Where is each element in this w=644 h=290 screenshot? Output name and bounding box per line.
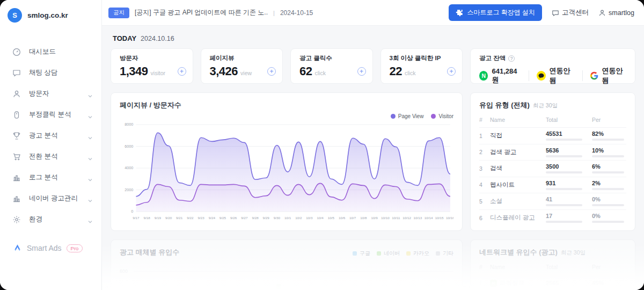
- media-inflow-plot: 600: [120, 271, 453, 290]
- row-name: 디스플레이 광고: [490, 214, 546, 222]
- network-inflow-card: 네트워크별 유입수 (광고) 최근 30일 # Name Total Per 1…: [470, 240, 635, 290]
- inflow-type-card: 유입 유형 (전체) 최근 30일 # Name Total Per 1직접45…: [470, 92, 635, 231]
- stat-card-3: 3회 이상 클릭한 IP22click+: [380, 48, 463, 84]
- sidebar-item-6[interactable]: 로그 분석: [0, 167, 101, 188]
- svg-text:9/27: 9/27: [241, 216, 248, 220]
- sidebar-item-label: 네이버 광고관리: [29, 194, 87, 203]
- row-rank: 6: [479, 215, 490, 221]
- legend-label: 구글: [360, 250, 370, 257]
- svg-text:10/1: 10/1: [284, 216, 291, 220]
- row-per-cell: 10%: [592, 147, 626, 157]
- traffic-area-chart[interactable]: 020004000600080009/179/189/199/209/219/2…: [120, 120, 453, 223]
- per-bar: [592, 204, 624, 206]
- col-total: Total: [546, 264, 592, 270]
- sidebar-item-label: 전환 분석: [29, 152, 87, 161]
- stat-card-title: 페이지뷰: [210, 54, 275, 62]
- sidebar-item-7[interactable]: 네이버 광고관리: [0, 188, 101, 209]
- support-chat-icon: [552, 9, 559, 17]
- svg-text:9/30: 9/30: [274, 216, 281, 220]
- sidebar-item-1[interactable]: 채팅 상담: [0, 62, 101, 83]
- gridline: [134, 271, 453, 272]
- svg-text:9/20: 9/20: [165, 216, 172, 220]
- legend-item-page-view[interactable]: Page View: [391, 113, 424, 119]
- topbar: 공지 [공지] 구글 광고 API 업데이트에 따른 기존 노.. | 2024…: [102, 0, 644, 26]
- naver-icon: N: [479, 71, 488, 81]
- media-legend-네이버[interactable]: 네이버: [377, 250, 400, 257]
- row-per: 45%: [592, 280, 626, 286]
- row-total-cell: 931: [546, 180, 592, 190]
- expand-plus-button[interactable]: +: [357, 67, 366, 76]
- svg-text:10/10: 10/10: [381, 216, 390, 220]
- stat-card-unit: visitor: [151, 70, 165, 76]
- svg-text:10/3: 10/3: [306, 216, 313, 220]
- traffic-chart-legend: Page ViewVisitor: [120, 113, 453, 119]
- svg-text:9/17: 9/17: [133, 216, 140, 220]
- google-icon: [590, 71, 598, 80]
- svg-text:9/19: 9/19: [155, 216, 162, 220]
- sidebar-item-2[interactable]: 방문자: [0, 83, 101, 104]
- today-header: TODAY 2024.10.16: [111, 34, 635, 42]
- stat-card-2: 광고 클릭수62click+: [290, 48, 373, 84]
- kakao-balance: 연동안됨: [537, 66, 575, 85]
- sidebar-item-0[interactable]: 대시보드: [0, 41, 101, 62]
- row-name: N 파워링크: [490, 279, 546, 287]
- pro-badge: Pro: [67, 244, 83, 252]
- brand-logo[interactable]: S smlog.co.kr: [0, 0, 101, 31]
- inflow-table-header: # Name Total Per: [479, 110, 626, 128]
- row-name: 소셜: [490, 197, 546, 205]
- smart-ads-link[interactable]: Smart Ads Pro: [0, 230, 101, 252]
- account-menu[interactable]: smartlog: [598, 9, 634, 17]
- svg-text:10/11: 10/11: [392, 216, 400, 220]
- brand-logo-icon: S: [8, 8, 22, 23]
- network-table-row: 1 N 파워링크 2565 45%: [479, 275, 626, 290]
- divider: [582, 70, 583, 81]
- col-name: Name: [490, 264, 546, 270]
- stat-card-value: 62: [299, 64, 312, 78]
- stat-card-title: 3회 이상 클릭한 IP: [390, 54, 455, 62]
- gauge-icon: [12, 47, 21, 56]
- expand-plus-button[interactable]: +: [178, 67, 186, 76]
- col-per: Per: [592, 264, 626, 270]
- notice-date: 2024-10-15: [280, 9, 313, 17]
- sidebar-item-3[interactable]: 부정클릭 분석: [0, 104, 101, 125]
- media-legend-구글[interactable]: 구글: [353, 250, 370, 257]
- sidebar-item-4[interactable]: 광고 분석: [0, 125, 101, 146]
- app-window: S smlog.co.kr 대시보드채팅 상담방문자부정클릭 분석광고 분석전환…: [0, 0, 644, 290]
- notice-badge: 공지: [108, 8, 129, 18]
- inflow-row-6: 6디스플레이 광고170%: [479, 210, 626, 227]
- naver-balance: N 641,284원: [479, 67, 521, 85]
- install-extension-label: 스마트로그 확장앱 설치: [467, 8, 535, 17]
- total-bar: [546, 204, 582, 206]
- row-per-cell: 6%: [592, 163, 626, 173]
- google-status: 연동안됨: [602, 66, 627, 85]
- expand-plus-button[interactable]: +: [447, 67, 456, 76]
- legend-label: 기타: [443, 250, 453, 257]
- row-name: 웹사이트: [490, 181, 546, 189]
- notice-banner[interactable]: 공지 [공지] 구글 광고 API 업데이트에 따른 기존 노.. | 2024…: [108, 8, 313, 18]
- legend-item-visitor[interactable]: Visitor: [431, 113, 453, 119]
- expand-plus-button[interactable]: +: [267, 67, 276, 76]
- sidebar-item-5[interactable]: 전환 분석: [0, 146, 101, 167]
- support-link[interactable]: 고객센터: [552, 8, 589, 17]
- install-extension-button[interactable]: 스마트로그 확장앱 설치: [449, 4, 542, 21]
- divider: [529, 70, 529, 81]
- row-rank: 4: [479, 182, 490, 188]
- media-inflow-title: 광고 매체별 유입수: [120, 248, 179, 257]
- network-table-header: # Name Total Per: [479, 257, 626, 275]
- svg-text:10/14: 10/14: [425, 216, 433, 220]
- svg-text:9/18: 9/18: [144, 216, 151, 220]
- svg-text:10/13: 10/13: [413, 216, 422, 220]
- media-legend-기타[interactable]: 기타: [436, 250, 453, 257]
- svg-text:10/8: 10/8: [360, 216, 367, 220]
- sidebar-item-8[interactable]: 환경: [0, 209, 101, 230]
- media-legend-카카오[interactable]: 카카오: [406, 250, 429, 257]
- svg-text:10/6: 10/6: [339, 216, 346, 220]
- topbar-actions: 스마트로그 확장앱 설치 고객센터 smartlog: [449, 4, 634, 21]
- inflow-type-title: 유입 유형 (전체): [479, 100, 530, 110]
- per-bar: [592, 171, 624, 173]
- per-bar: [592, 188, 624, 190]
- col-name: Name: [490, 117, 546, 123]
- inflow-row-1: 1직접4553182%: [479, 128, 626, 144]
- help-icon[interactable]: ?: [508, 55, 515, 62]
- row-per-cell: 0%: [592, 213, 626, 223]
